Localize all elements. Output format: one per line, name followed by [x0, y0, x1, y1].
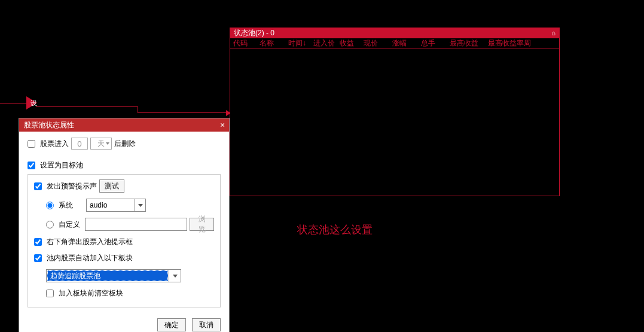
delete-after-checkbox[interactable] — [28, 140, 35, 148]
col-time[interactable]: 时间↓ — [285, 38, 310, 48]
chevron-down-icon — [169, 270, 181, 282]
plate-select[interactable]: 趋势追踪股票池 — [46, 269, 181, 282]
col-max-profit-rate[interactable]: 最高收益率周 — [485, 38, 534, 48]
ok-button[interactable]: 确定 — [157, 318, 186, 331]
dialog-title: 股票池状态属性 — [24, 118, 74, 132]
auto-add-plate-checkbox[interactable] — [34, 254, 42, 262]
state-pool-panel: 状态池(2) - 0 ⌂ 代码 名称 时间↓ 进入价 收益 现价 涨幅 总手 最… — [230, 28, 560, 196]
col-name[interactable]: 名称 — [257, 38, 285, 48]
state-pool-columns: 代码 名称 时间↓ 进入价 收益 现价 涨幅 总手 最高收益 最高收益率周 — [230, 38, 559, 48]
custom-audio-radio[interactable] — [46, 221, 54, 229]
target-pool-checkbox[interactable] — [28, 162, 35, 169]
col-profit[interactable]: 收益 — [337, 38, 361, 48]
auto-add-plate-label: 池内股票自动加入以下板块 — [47, 253, 133, 263]
col-volume[interactable]: 总手 — [418, 38, 447, 48]
clear-plate-label: 加入板块前清空板块 — [59, 288, 123, 299]
state-pool-title: 状态池(2) - 0 — [234, 28, 274, 38]
target-pool-label: 设置为目标池 — [40, 160, 83, 170]
alert-sound-checkbox[interactable] — [34, 182, 42, 190]
browse-button[interactable]: 浏览 — [190, 218, 214, 231]
alert-sound-label: 发出预警提示声 — [47, 181, 97, 191]
system-audio-label: 系统 — [59, 200, 84, 211]
test-sound-button[interactable]: 测试 — [99, 179, 124, 193]
chevron-down-icon — [135, 199, 145, 211]
delete-after-suffix: 后删除 — [114, 139, 136, 149]
system-audio-radio[interactable] — [46, 202, 54, 209]
custom-audio-label: 自定义 — [59, 220, 83, 230]
home-icon[interactable]: ⌂ — [551, 28, 556, 38]
connector-line — [138, 106, 138, 112]
col-price[interactable]: 现价 — [361, 38, 389, 48]
audio-select[interactable]: audio — [86, 199, 146, 212]
custom-audio-path-input[interactable] — [85, 218, 187, 231]
dialog-titlebar: 股票池状态属性 × — [19, 118, 229, 132]
popup-notify-label: 右下角弹出股票入池提示框 — [47, 237, 133, 247]
state-pool-header: 状态池(2) - 0 ⌂ — [230, 28, 559, 38]
connector-line — [0, 103, 29, 103]
col-max-profit[interactable]: 最高收益 — [447, 38, 485, 48]
delete-after-label: 股票进入 — [40, 139, 69, 149]
close-icon[interactable]: × — [216, 118, 229, 132]
col-enter-price[interactable]: 进入价 — [310, 38, 337, 48]
col-code[interactable]: 代码 — [230, 38, 257, 48]
delete-unit-select[interactable]: 天 — [90, 138, 112, 150]
pool-state-properties-dialog: 股票池状态属性 × 股票进入 天 后删除 设置为目标池 发出预警提示声 测试 系… — [19, 118, 230, 332]
clear-plate-checkbox[interactable] — [46, 290, 54, 297]
connector-line — [138, 112, 230, 113]
connector-line — [36, 106, 138, 107]
delete-days-input[interactable] — [71, 138, 88, 150]
cancel-button[interactable]: 取消 — [192, 318, 221, 331]
popup-notify-checkbox[interactable] — [34, 238, 42, 246]
alert-group: 发出预警提示声 测试 系统 audio 自定义 浏览 右下角弹出股票入池提示框 — [28, 174, 221, 307]
col-change[interactable]: 涨幅 — [389, 38, 418, 48]
annotation-text: 状态池这么设置 — [297, 223, 373, 237]
